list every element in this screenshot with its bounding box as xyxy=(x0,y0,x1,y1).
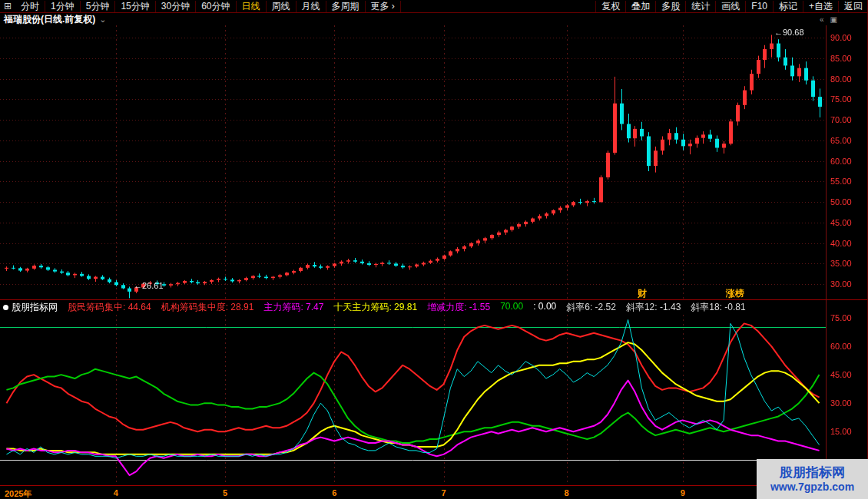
indicator-values: 股朋指标网股民筹码集中: 44.64机构筹码集中度: 28.91主力筹码: 7.… xyxy=(12,301,746,313)
indicator-header: 股朋指标网股民筹码集中: 44.64机构筹码集中度: 28.91主力筹码: 7.… xyxy=(0,301,826,313)
indicator-header-seg-0: 股朋指标网 xyxy=(12,301,58,313)
time-axis-bar[interactable]: 2025年 456789 xyxy=(0,485,868,499)
tools-menu: 复权叠加多股统计画线F10标记+自选返回 xyxy=(595,0,868,12)
axis-tick-label: 35.00 xyxy=(830,259,866,268)
axis-tick-label: 40.00 xyxy=(830,239,866,248)
indicator-header-seg-1: 股民筹码集中: 44.64 xyxy=(68,301,151,313)
indicator-header-seg-8: 斜率6: -2.52 xyxy=(566,301,616,313)
menu-item-tool-7[interactable]: +自选 xyxy=(803,1,838,12)
chevron-down-icon[interactable]: ⌄ xyxy=(99,16,106,22)
axis-tick-label: 30.00 xyxy=(830,398,866,408)
axis-tick-label: 75.00 xyxy=(830,313,866,322)
menu-item-tool-1[interactable]: 叠加 xyxy=(625,1,655,12)
menu-bar: ⊞ 分时1分钟5分钟15分钟30分钟60分钟日线周线月线多周期更多 › 复权叠加… xyxy=(0,0,868,13)
watermark-url: www.7gpzb.com xyxy=(770,481,854,494)
indicator-header-seg-2: 机构筹码集中度: 28.91 xyxy=(161,301,254,313)
axis-tick-label: 30.00 xyxy=(830,279,866,289)
menu-item-tool-4[interactable]: 画线 xyxy=(715,1,745,12)
axis-tick-label: 65.00 xyxy=(830,136,866,145)
chart-title: 福瑞股份(日线.前复权) xyxy=(4,13,95,26)
panel-separator xyxy=(0,299,868,300)
menu-item-tool-6[interactable]: 标记 xyxy=(773,1,803,12)
menu-item-tool-8[interactable]: 返回 xyxy=(838,1,868,12)
menu-item-tool-0[interactable]: 复权 xyxy=(595,1,625,12)
watermark-title: 股朋指标网 xyxy=(780,464,845,481)
axis-tick-label: 60.00 xyxy=(830,342,866,351)
high-price-annotation: ←90.68 xyxy=(774,28,804,37)
axis-tick-label: 85.00 xyxy=(830,54,866,63)
menu-item-period-1[interactable]: 1分钟 xyxy=(45,1,81,12)
axis-tick-label: 15.00 xyxy=(830,427,866,436)
watermark-panel: 股朋指标网 www.7gpzb.com xyxy=(757,459,868,499)
window-icon[interactable]: ▣ xyxy=(830,15,837,24)
axis-tick-label: 45.00 xyxy=(830,218,866,227)
menu-item-period-6[interactable]: 日线 xyxy=(237,1,267,12)
x-axis-month-label: 6 xyxy=(332,488,336,497)
finance-marker[interactable]: 财 xyxy=(638,287,647,300)
menu-item-period-2[interactable]: 5分钟 xyxy=(81,1,116,12)
title-bar: 福瑞股份(日线.前复权) ⌄ « ▣ xyxy=(0,13,868,25)
indicator-header-seg-4: 十天主力筹码: 29.81 xyxy=(333,301,417,313)
grid-icon[interactable]: ⊞ xyxy=(0,1,15,12)
x-axis-month-label: 7 xyxy=(441,488,446,497)
axis-tick-label: 55.00 xyxy=(830,177,866,186)
x-axis-month-label: 8 xyxy=(565,488,569,497)
menu-item-period-7[interactable]: 周线 xyxy=(267,1,297,12)
x-axis-month-label: 9 xyxy=(681,488,685,497)
menu-item-period-3[interactable]: 15分钟 xyxy=(115,1,155,12)
axis-tick-label: 45.00 xyxy=(830,370,866,379)
menu-item-period-0[interactable]: 分时 xyxy=(15,1,45,12)
axis-divider xyxy=(826,25,827,485)
axis-tick-label: 50.00 xyxy=(830,197,866,207)
menu-item-period-8[interactable]: 月线 xyxy=(297,1,326,12)
rank-marker[interactable]: 涨榜 xyxy=(726,287,744,300)
period-menu: 分时1分钟5分钟15分钟30分钟60分钟日线周线月线多周期更多 › xyxy=(15,0,401,12)
indicator-dot-icon xyxy=(3,305,8,310)
menu-item-period-4[interactable]: 30分钟 xyxy=(156,1,196,12)
indicator-header-seg-6: 70.00 xyxy=(500,301,523,313)
menu-item-period-9[interactable]: 多周期 xyxy=(326,1,366,12)
axis-tick-label: 80.00 xyxy=(830,74,866,84)
app-window: ⊞ 分时1分钟5分钟15分钟30分钟60分钟日线周线月线多周期更多 › 复权叠加… xyxy=(0,0,868,499)
axis-tick-label: 70.00 xyxy=(830,115,866,124)
menu-item-period-5[interactable]: 60分钟 xyxy=(196,1,236,12)
main-chart-canvas[interactable] xyxy=(0,25,826,299)
indicator-header-seg-10: 斜率18: -0.81 xyxy=(691,301,745,313)
collapse-icon[interactable]: « xyxy=(820,15,824,24)
axis-tick-label: 75.00 xyxy=(830,94,866,104)
x-axis-month-label: 5 xyxy=(223,488,227,497)
indicator-header-seg-5: 增减力度: -1.55 xyxy=(427,301,490,313)
indicator-canvas[interactable] xyxy=(0,315,826,485)
axis-tick-label: 90.00 xyxy=(830,33,866,42)
x-axis-month-label: 4 xyxy=(114,488,118,497)
menu-item-tool-2[interactable]: 多股 xyxy=(655,1,685,12)
indicator-header-seg-9: 斜率12: -1.43 xyxy=(626,301,681,313)
menu-item-tool-5[interactable]: F10 xyxy=(745,1,773,12)
low-price-annotation: ←26.61 xyxy=(134,281,164,290)
year-label: 2025年 xyxy=(5,488,31,499)
menu-item-tool-3[interactable]: 统计 xyxy=(685,1,715,12)
indicator-header-seg-3: 主力筹码: 7.47 xyxy=(263,301,323,313)
indicator-header-seg-7: : 0.00 xyxy=(533,301,556,313)
axis-tick-label: 60.00 xyxy=(830,157,866,166)
menu-item-period-10[interactable]: 更多 › xyxy=(366,1,401,12)
